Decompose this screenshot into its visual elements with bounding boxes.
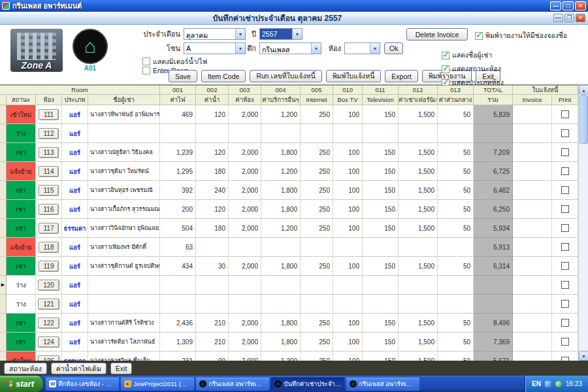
- table-row[interactable]: แจ้งย้าย114แอร์นางสาวชุติมา ใหม่รัตน์1,2…: [0, 162, 578, 181]
- charge-cell[interactable]: [160, 295, 196, 314]
- charge-cell[interactable]: [399, 295, 438, 314]
- row-selector[interactable]: [0, 143, 7, 162]
- ok-button[interactable]: Ok: [384, 42, 403, 54]
- invoice-cell[interactable]: [513, 238, 552, 257]
- charge-cell[interactable]: 50: [438, 314, 474, 333]
- invoice-cell[interactable]: [513, 295, 552, 314]
- charge-cell[interactable]: 50: [438, 351, 474, 361]
- charge-cell[interactable]: 250: [301, 105, 333, 124]
- charge-cell[interactable]: 250: [301, 333, 333, 351]
- charge-cell[interactable]: 2,000: [229, 219, 261, 238]
- room-number[interactable]: 120: [38, 280, 59, 291]
- print-checkbox[interactable]: [561, 338, 569, 346]
- print-checkbox[interactable]: [561, 148, 569, 156]
- charge-cell[interactable]: 1,200: [261, 351, 301, 361]
- charge-cell[interactable]: [229, 124, 261, 143]
- charge-cell[interactable]: 100: [333, 257, 363, 276]
- row-selector[interactable]: [0, 219, 7, 238]
- zone-select[interactable]: A ▼: [184, 42, 246, 54]
- charge-cell[interactable]: [261, 124, 301, 143]
- charge-cell[interactable]: 250: [301, 200, 333, 219]
- row-selector[interactable]: ▶: [0, 276, 7, 295]
- year-select[interactable]: 2557 ▼: [259, 28, 302, 40]
- charge-cell[interactable]: 1,500: [399, 181, 438, 200]
- building-select[interactable]: กรีนเพลส ▼: [259, 42, 321, 54]
- charge-cell[interactable]: 1,800: [261, 314, 301, 333]
- print-invoice-button[interactable]: พิมพ์ใบแจ้งหนี้: [326, 70, 382, 82]
- taskbar-task[interactable]: กรีนเพลส อพาร์ทเมนต์: [346, 378, 419, 391]
- language-indicator[interactable]: EN: [532, 380, 541, 387]
- print-checkbox[interactable]: [561, 186, 569, 194]
- chevron-down-icon[interactable]: ▼: [235, 29, 245, 39]
- room-number[interactable]: 115: [39, 185, 59, 196]
- row-selector[interactable]: [0, 200, 7, 219]
- doc-restore-button[interactable]: ❐: [564, 14, 574, 22]
- charge-cell[interactable]: [160, 276, 196, 295]
- charge-cell[interactable]: 1,800: [261, 143, 301, 162]
- charge-cell[interactable]: [333, 276, 363, 295]
- charge-cell[interactable]: 1,309: [160, 333, 196, 351]
- room-number[interactable]: 122: [38, 318, 59, 329]
- invoice-cell[interactable]: [513, 124, 552, 143]
- charge-cell[interactable]: [196, 295, 229, 314]
- room-number[interactable]: 119: [39, 261, 59, 272]
- charge-cell[interactable]: 100: [333, 105, 363, 124]
- charge-cell[interactable]: 30: [196, 257, 229, 276]
- vertical-scrollbar[interactable]: ▲ ▼: [578, 85, 588, 361]
- clock[interactable]: 16:23: [566, 380, 582, 387]
- room-number[interactable]: 116: [39, 204, 59, 215]
- room-number[interactable]: 121: [38, 299, 59, 310]
- row-selector[interactable]: [0, 238, 7, 257]
- table-row[interactable]: เช่า116แอร์นางสาวเกื้อภักร สุวรรณมณฑล200…: [0, 200, 578, 219]
- invoice-cell[interactable]: [513, 105, 552, 124]
- charge-cell[interactable]: [399, 124, 438, 143]
- item-code-button[interactable]: Item Code: [201, 70, 246, 82]
- charge-cell[interactable]: [196, 124, 229, 143]
- row-selector[interactable]: [0, 124, 7, 143]
- table-row[interactable]: เข้าใหม่126ธรรมดานางสาวธารวิมล ชื่นเย็น2…: [0, 351, 578, 361]
- table-row[interactable]: เช่า115แอร์นางสาวอินทุอร เพชรมณี3922402,…: [0, 181, 578, 200]
- charge-cell[interactable]: [363, 238, 399, 257]
- room-number[interactable]: 111: [39, 109, 59, 120]
- charge-cell[interactable]: 150: [363, 200, 399, 219]
- invoice-cell[interactable]: [513, 314, 552, 333]
- charge-cell[interactable]: 250: [301, 219, 333, 238]
- charge-cell[interactable]: 50: [438, 181, 474, 200]
- room-number[interactable]: 118: [39, 242, 59, 253]
- scroll-down-button[interactable]: ▼: [579, 351, 588, 361]
- print-checkbox[interactable]: [561, 319, 569, 327]
- doc-close-button[interactable]: ✕: [576, 14, 585, 22]
- charge-cell[interactable]: [301, 295, 333, 314]
- taskbar-task[interactable]: กรีนเพลส อพาร์ทเมนต์: [196, 378, 269, 391]
- charge-cell[interactable]: 50: [438, 200, 474, 219]
- charge-cell[interactable]: 2,000: [229, 143, 261, 162]
- charge-cell[interactable]: 1,800: [261, 181, 301, 200]
- network-icon[interactable]: [545, 381, 551, 387]
- charge-cell[interactable]: 2,436: [160, 314, 196, 333]
- charge-cell[interactable]: [438, 276, 474, 295]
- charge-cell[interactable]: 150: [363, 314, 399, 333]
- previous-meter-button[interactable]: ค่าน้ำค่าไฟเดิม: [51, 363, 106, 374]
- charge-cell[interactable]: [363, 276, 399, 295]
- charge-cell[interactable]: 210: [196, 314, 229, 333]
- charge-cell[interactable]: 120: [196, 105, 229, 124]
- window-titlebar[interactable]: กรีนเพลส อพาร์ทเมนต์ — □ ✕: [0, 0, 588, 12]
- charge-cell[interactable]: 434: [160, 257, 196, 276]
- print-checkbox[interactable]: [561, 205, 569, 213]
- checkbox-icon[interactable]: [442, 52, 449, 59]
- charge-cell[interactable]: 2,000: [229, 333, 261, 351]
- delete-invoice-button[interactable]: Delete Invoice: [406, 28, 468, 41]
- charge-cell[interactable]: 50: [438, 219, 474, 238]
- charge-cell[interactable]: 50: [438, 105, 474, 124]
- charge-cell[interactable]: 1,500: [399, 219, 438, 238]
- charge-cell[interactable]: 150: [363, 162, 399, 181]
- charge-cell[interactable]: 120: [196, 143, 229, 162]
- chevron-down-icon[interactable]: ▼: [292, 29, 302, 39]
- invoice-cell[interactable]: [513, 143, 552, 162]
- row-selector[interactable]: [0, 162, 7, 181]
- print-checkbox[interactable]: [561, 129, 569, 137]
- table-row[interactable]: ▶ว่าง120แอร์: [0, 276, 578, 295]
- charge-cell[interactable]: 1,500: [399, 162, 438, 181]
- month-select[interactable]: ตุลาคม ▼: [184, 28, 246, 40]
- invoice-cell[interactable]: [513, 257, 552, 276]
